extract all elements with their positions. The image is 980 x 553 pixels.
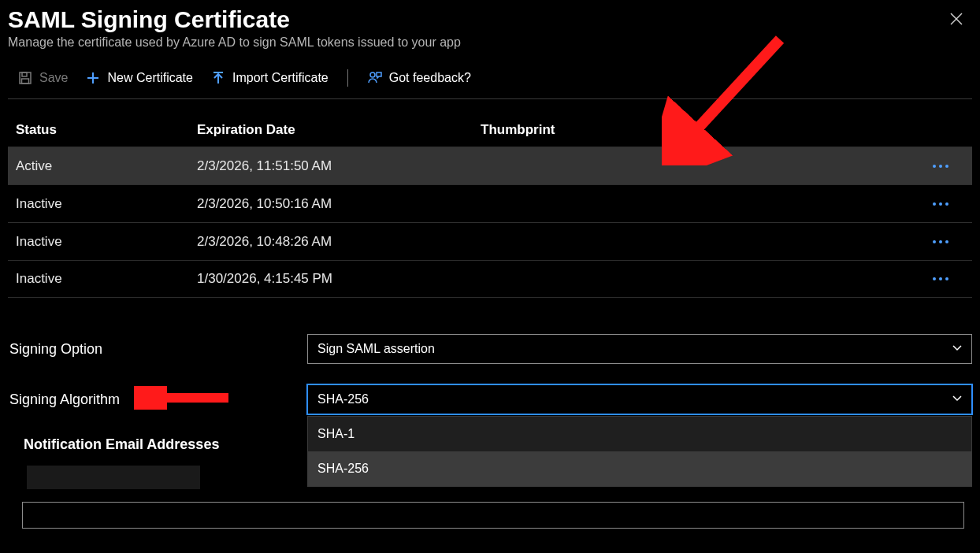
- close-icon: [949, 12, 963, 26]
- signing-algorithm-dropdown: SHA-1 SHA-256: [307, 416, 972, 487]
- row-actions-button[interactable]: [917, 165, 964, 168]
- save-button[interactable]: Save: [13, 69, 72, 87]
- cell-expiration: 1/30/2026, 4:15:45 PM: [197, 271, 481, 287]
- import-certificate-button[interactable]: Import Certificate: [206, 69, 333, 87]
- table-row[interactable]: Inactive 1/30/2026, 4:15:45 PM: [8, 260, 972, 298]
- cell-expiration: 2/3/2026, 10:50:16 AM: [197, 196, 481, 212]
- cell-expiration: 2/3/2026, 11:51:50 AM: [197, 158, 481, 174]
- chevron-down-icon: [951, 341, 963, 357]
- table-row[interactable]: Active 2/3/2026, 11:51:50 AM: [8, 147, 972, 184]
- svg-rect-4: [22, 79, 29, 84]
- col-status: Status: [16, 122, 197, 138]
- signing-option-select[interactable]: Sign SAML assertion: [307, 334, 972, 364]
- table-row[interactable]: Inactive 2/3/2026, 10:48:26 AM: [8, 222, 972, 260]
- signing-algorithm-select[interactable]: SHA-256: [307, 384, 972, 414]
- signing-algorithm-label: Signing Algorithm: [8, 392, 307, 408]
- row-actions-button[interactable]: [917, 240, 964, 243]
- close-button[interactable]: [945, 8, 967, 30]
- save-icon: [17, 70, 33, 86]
- signing-algorithm-value: SHA-256: [317, 392, 369, 406]
- dropdown-option-sha1[interactable]: SHA-1: [308, 417, 971, 451]
- page-subtitle: Manage the certificate used by Azure AD …: [8, 35, 461, 50]
- svg-rect-3: [22, 72, 27, 76]
- signing-option-label: Signing Option: [8, 341, 307, 358]
- row-actions-button[interactable]: [917, 202, 964, 206]
- chevron-down-icon: [951, 392, 963, 407]
- import-icon: [210, 70, 226, 86]
- new-certificate-button[interactable]: New Certificate: [80, 69, 197, 87]
- signing-option-value: Sign SAML assertion: [317, 342, 435, 356]
- import-certificate-label: Import Certificate: [232, 71, 329, 85]
- cell-status: Inactive: [16, 271, 197, 287]
- toolbar: Save New Certificate Import Certificate …: [8, 58, 972, 99]
- cell-status: Inactive: [16, 234, 197, 250]
- feedback-label: Got feedback?: [389, 71, 471, 85]
- toolbar-separator: [347, 69, 348, 87]
- dropdown-option-sha256[interactable]: SHA-256: [308, 451, 971, 486]
- notification-email-input[interactable]: [22, 502, 964, 529]
- cell-expiration: 2/3/2026, 10:48:26 AM: [197, 234, 481, 250]
- feedback-icon: [367, 70, 383, 86]
- plus-icon: [85, 70, 101, 86]
- col-thumbprint: Thumbprint: [481, 122, 917, 138]
- row-actions-button[interactable]: [917, 277, 964, 280]
- save-label: Save: [39, 71, 68, 85]
- cell-status: Active: [16, 158, 197, 174]
- certificates-table: Status Expiration Date Thumbprint Active…: [8, 113, 972, 298]
- table-row[interactable]: Inactive 2/3/2026, 10:50:16 AM: [8, 184, 972, 222]
- col-expiration: Expiration Date: [197, 122, 481, 138]
- notification-email-item: [27, 466, 200, 489]
- feedback-button[interactable]: Got feedback?: [362, 69, 476, 87]
- svg-point-9: [370, 72, 375, 77]
- cell-status: Inactive: [16, 196, 197, 212]
- new-certificate-label: New Certificate: [107, 71, 192, 85]
- page-title: SAML Signing Certificate: [8, 6, 461, 32]
